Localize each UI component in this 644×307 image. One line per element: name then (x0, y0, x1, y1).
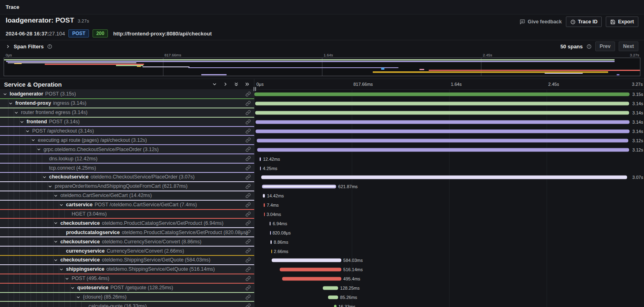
column-resize-handle[interactable] (254, 87, 256, 91)
span-row[interactable]: grpc.oteldemo.CheckoutService/PlaceOrder… (0, 145, 644, 154)
span-row[interactable]: HGET (3.04ms) 3.04ms (0, 210, 644, 219)
expand-one-level-icon[interactable] (212, 81, 217, 87)
span-filters-toggle[interactable]: Span Filters (6, 44, 52, 50)
span-row[interactable]: {closure} (85.26ms) 85.26ms (0, 293, 644, 302)
span-duration-bar[interactable] (270, 231, 271, 234)
link-icon[interactable] (246, 239, 251, 244)
link-icon[interactable] (246, 212, 251, 217)
span-row[interactable]: shippingservice oteldemo.ShippingService… (0, 265, 644, 274)
span-row[interactable]: loadgenerator POST (3.15s) 3.15s (0, 90, 644, 99)
minimap-viewport[interactable] (4, 58, 640, 76)
span-duration-bar[interactable] (270, 240, 272, 244)
span-duration-bar[interactable] (257, 148, 629, 151)
span-row[interactable]: tcp.connect (4.25ms) 4.25ms (0, 164, 644, 173)
link-icon[interactable] (246, 91, 251, 97)
link-icon[interactable] (246, 230, 251, 235)
next-button[interactable]: Next (619, 41, 638, 51)
span-row[interactable]: checkoutservice oteldemo.CurrencyService… (0, 237, 644, 247)
span-duration-bar[interactable] (272, 259, 341, 262)
span-row[interactable]: cartservice POST /oteldemo.CartService/G… (0, 201, 644, 210)
collapse-all-icon[interactable] (244, 81, 250, 87)
chevron-down-icon[interactable] (76, 295, 81, 299)
span-duration-bar[interactable] (254, 93, 630, 96)
link-icon[interactable] (246, 248, 251, 253)
span-row[interactable]: checkoutservice oteldemo.ProductCatalogS… (0, 219, 644, 228)
span-duration-bar[interactable] (262, 185, 336, 189)
link-icon[interactable] (246, 129, 251, 134)
chevron-down-icon[interactable] (65, 276, 70, 281)
trace-id-button[interactable]: Trace ID (566, 17, 602, 27)
span-row[interactable]: dns.lookup (12.42ms) 12.42ms (0, 154, 644, 164)
span-row[interactable]: checkoutservice oteldemo.CheckoutService… (0, 173, 644, 182)
chevron-down-icon[interactable] (59, 267, 64, 272)
span-duration-bar[interactable] (323, 286, 338, 290)
info-icon[interactable] (586, 44, 592, 49)
span-row[interactable]: frontend-proxy ingress (3.14s) 3.14s (0, 99, 644, 108)
chevron-down-icon[interactable] (54, 239, 58, 244)
chevron-down-icon[interactable] (70, 286, 75, 290)
span-duration-bar[interactable] (328, 296, 338, 299)
span-row[interactable]: prepareOrderItemsAndShippingQuoteFromCar… (0, 182, 644, 191)
link-icon[interactable] (246, 101, 251, 106)
chevron-down-icon[interactable] (37, 147, 41, 151)
span-duration-bar[interactable] (257, 139, 628, 142)
link-icon[interactable] (246, 285, 251, 290)
chevron-down-icon[interactable] (25, 129, 30, 133)
span-duration-bar[interactable] (280, 268, 341, 272)
expand-all-icon[interactable] (233, 81, 239, 87)
span-row[interactable]: oteldemo.CartService/GetCart (14.42ms) 1… (0, 191, 644, 201)
span-duration-bar[interactable] (263, 194, 265, 198)
span-row[interactable]: router frontend egress (3.14s) 3.14s (0, 108, 644, 118)
span-duration-bar[interactable] (264, 203, 265, 207)
link-icon[interactable] (246, 303, 251, 307)
span-row[interactable]: executing api route (pages) /api/checkou… (0, 136, 644, 145)
span-duration-bar[interactable] (260, 157, 261, 161)
chevron-down-icon[interactable] (31, 138, 36, 142)
span-duration-bar[interactable] (255, 102, 629, 106)
span-row[interactable]: currencyservice CurrencyService/Convert … (0, 247, 644, 256)
link-icon[interactable] (246, 220, 251, 226)
link-icon[interactable] (246, 295, 251, 300)
chevron-down-icon[interactable] (3, 92, 8, 96)
prev-button[interactable]: Prev (595, 41, 615, 51)
collapse-one-level-icon[interactable] (223, 81, 228, 87)
chevron-down-icon[interactable] (48, 184, 53, 189)
link-icon[interactable] (246, 193, 251, 198)
link-icon[interactable] (246, 147, 251, 152)
span-row[interactable]: checkoutservice oteldemo.ShippingService… (0, 256, 644, 265)
link-icon[interactable] (246, 184, 251, 189)
link-icon[interactable] (246, 267, 251, 272)
info-icon[interactable] (47, 44, 52, 49)
span-duration-bar[interactable] (270, 222, 271, 225)
export-button[interactable]: Export (606, 17, 638, 27)
give-feedback-button[interactable]: Give feedback (520, 19, 562, 25)
chevron-down-icon[interactable] (54, 193, 58, 198)
link-icon[interactable] (246, 110, 251, 115)
chevron-down-icon[interactable] (8, 101, 13, 106)
span-duration-bar[interactable] (255, 111, 629, 115)
link-icon[interactable] (246, 202, 251, 207)
span-duration-bar[interactable] (256, 130, 629, 133)
span-row[interactable]: calculate-quote (16.33ms) 16.33ms (0, 302, 644, 307)
span-row[interactable]: productcatalogservice oteldemo.ProductCa… (0, 228, 644, 237)
link-icon[interactable] (246, 276, 251, 281)
link-icon[interactable] (246, 119, 251, 124)
span-duration-bar[interactable] (260, 166, 261, 170)
span-duration-bar[interactable] (264, 213, 265, 216)
span-row[interactable]: frontend POST (3.14s) 3.14s (0, 118, 644, 127)
span-row[interactable]: POST /api/checkout (3.14s) 3.14s (0, 127, 644, 136)
link-icon[interactable] (246, 137, 251, 143)
link-icon[interactable] (246, 257, 251, 263)
span-row[interactable]: quoteservice POST /getquote (128.25ms) 1… (0, 284, 644, 293)
link-icon[interactable] (246, 156, 251, 161)
link-icon[interactable] (246, 174, 251, 180)
chevron-down-icon[interactable] (59, 203, 64, 207)
link-icon[interactable] (246, 165, 251, 170)
chevron-down-icon[interactable] (54, 221, 58, 225)
chevron-down-icon[interactable] (14, 110, 19, 115)
span-row[interactable]: POST (495.4ms) 495.4ms (0, 274, 644, 284)
span-duration-bar[interactable] (271, 249, 272, 253)
span-duration-bar[interactable] (334, 305, 336, 307)
span-duration-bar[interactable] (261, 176, 627, 179)
span-duration-bar[interactable] (282, 277, 341, 281)
